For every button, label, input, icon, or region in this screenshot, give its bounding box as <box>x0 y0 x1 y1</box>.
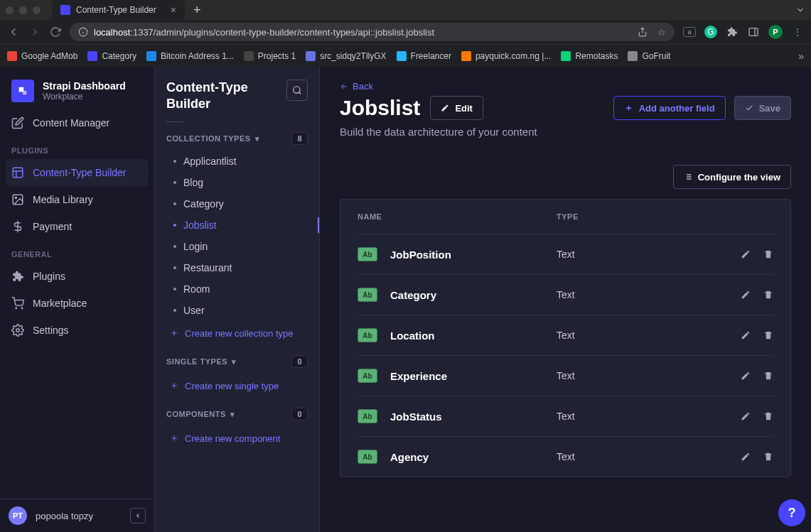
bookmark-item[interactable]: Remotasks <box>561 51 618 61</box>
extension-icon[interactable]: a <box>683 27 696 37</box>
group-components[interactable]: COMPONENTS ▾ 0 <box>166 408 308 420</box>
nav-marketplace[interactable]: Marketplace <box>0 290 154 317</box>
save-button[interactable]: Save <box>734 96 791 120</box>
pencil-icon <box>441 104 449 112</box>
edit-field-button[interactable] <box>741 330 751 340</box>
question-icon: ? <box>788 506 796 521</box>
brand: Strapi Dashboard Workplace <box>0 67 154 109</box>
extensions-icon[interactable] <box>726 26 739 38</box>
nav-payment[interactable]: Payment <box>0 213 154 240</box>
sidebar-nav: Strapi Dashboard Workplace Content Manag… <box>0 67 155 532</box>
nav-media-library[interactable]: Media Library <box>0 186 154 213</box>
nav-content-type-builder[interactable]: Content-Type Builder <box>6 159 149 186</box>
kebab-menu-icon[interactable]: ⋮ <box>791 26 804 38</box>
group-label: COMPONENTS <box>166 410 226 418</box>
collection-type-item[interactable]: User <box>166 300 308 321</box>
collection-type-item[interactable]: Jobslist <box>166 215 308 236</box>
profile-avatar[interactable]: P <box>768 25 783 39</box>
bookmark-item[interactable]: payquick.com.ng |... <box>461 51 552 61</box>
collection-type-label: Login <box>183 241 208 252</box>
group-label: COLLECTION TYPES <box>166 134 251 143</box>
edit-field-button[interactable] <box>741 290 751 300</box>
collection-type-item[interactable]: Room <box>166 278 308 300</box>
bookmark-favicon-icon <box>561 51 571 61</box>
window-close-icon[interactable] <box>6 6 14 14</box>
window-max-icon[interactable] <box>33 6 41 14</box>
browser-tab[interactable]: Content-Type Builder × <box>52 0 185 20</box>
collection-type-item[interactable]: Login <box>166 236 308 257</box>
bullet-icon <box>173 160 176 163</box>
edit-field-button[interactable] <box>741 411 751 421</box>
window-min-icon[interactable] <box>19 6 27 14</box>
create-label: Create new component <box>185 433 280 444</box>
help-button[interactable]: ? <box>778 499 805 526</box>
bookmark-star-icon[interactable]: ☆ <box>657 27 666 38</box>
create-single-type-button[interactable]: ＋ Create new single type <box>166 374 308 398</box>
site-info-icon[interactable] <box>78 27 88 37</box>
side-panel-icon[interactable] <box>747 26 760 38</box>
bookmark-item[interactable]: GoFruit <box>628 51 670 61</box>
create-component-button[interactable]: ＋ Create new component <box>166 426 308 450</box>
bookmark-item[interactable]: Google AdMob <box>7 51 77 61</box>
text-field-icon: Ab <box>358 288 377 302</box>
group-collection-types[interactable]: COLLECTION TYPES ▾ 8 <box>166 132 308 145</box>
forward-icon[interactable] <box>28 26 41 38</box>
field-type: Text <box>557 289 724 300</box>
configure-view-button[interactable]: Configure the view <box>673 165 791 189</box>
svg-rect-4 <box>749 28 758 36</box>
nav-content-manager[interactable]: Content Manager <box>0 109 154 136</box>
bookmark-item[interactable]: src_sidqy2TllyGX <box>306 51 386 61</box>
edit-field-button[interactable] <box>741 249 751 259</box>
field-name: JobPosition <box>390 249 451 261</box>
collection-type-item[interactable]: Blog <box>166 172 308 193</box>
reload-icon[interactable] <box>50 26 61 38</box>
search-button[interactable] <box>286 80 308 101</box>
bookmark-item[interactable]: Category <box>87 51 136 61</box>
nav-settings[interactable]: Settings <box>0 317 154 344</box>
create-collection-type-button[interactable]: ＋ Create new collection type <box>166 321 308 345</box>
delete-field-button[interactable] <box>763 330 773 340</box>
address-bar[interactable]: localhost:1337/admin/plugins/content-typ… <box>70 23 675 41</box>
grammarly-icon[interactable]: G <box>704 26 717 38</box>
back-link[interactable]: Back <box>340 81 791 92</box>
bookmark-favicon-icon <box>306 51 316 61</box>
group-count: 0 <box>291 355 308 368</box>
group-single-types[interactable]: SINGLE TYPES ▾ 0 <box>166 355 308 368</box>
bookmark-item[interactable]: Bitcoin Address 1... <box>146 51 234 61</box>
dollar-icon <box>11 220 24 233</box>
bookmark-favicon-icon <box>461 51 471 61</box>
collapse-sidebar-button[interactable] <box>130 508 146 523</box>
add-field-button[interactable]: ＋ Add another field <box>613 96 726 120</box>
caret-down-icon: ▾ <box>230 410 235 419</box>
delete-field-button[interactable] <box>763 371 773 381</box>
delete-field-button[interactable] <box>763 249 773 259</box>
edit-field-button[interactable] <box>741 452 751 462</box>
edit-field-button[interactable] <box>741 371 751 381</box>
bookmarks-overflow-icon[interactable]: » <box>798 50 804 62</box>
delete-field-button[interactable] <box>763 290 773 300</box>
share-icon[interactable] <box>638 27 648 38</box>
collection-type-label: Blog <box>183 177 203 188</box>
puzzle-icon <box>11 270 24 283</box>
bullet-icon <box>173 288 176 291</box>
caret-down-icon: ▾ <box>232 357 237 367</box>
new-tab-button[interactable]: + <box>193 3 201 18</box>
bookmark-item[interactable]: Freelancer <box>397 51 451 61</box>
close-icon[interactable]: × <box>171 4 176 16</box>
text-field-icon: Ab <box>358 409 377 423</box>
collection-type-item[interactable]: Applicantlist <box>166 151 308 172</box>
collection-type-item[interactable]: Category <box>166 193 308 215</box>
delete-field-button[interactable] <box>763 452 773 462</box>
user-avatar[interactable]: PT <box>9 506 27 525</box>
delete-field-button[interactable] <box>763 411 773 421</box>
collection-type-item[interactable]: Restaurant <box>166 257 308 278</box>
edit-button[interactable]: Edit <box>430 96 483 120</box>
nav-plugins[interactable]: Plugins <box>0 263 154 290</box>
svg-point-14 <box>16 308 17 309</box>
svg-rect-8 <box>13 168 23 178</box>
back-icon[interactable] <box>7 26 20 38</box>
bookmark-label: GoFruit <box>642 51 670 61</box>
nav-label: Content-Type Builder <box>33 167 127 178</box>
bookmark-item[interactable]: Projects 1 <box>244 51 296 61</box>
chevron-down-icon[interactable] <box>795 5 805 15</box>
